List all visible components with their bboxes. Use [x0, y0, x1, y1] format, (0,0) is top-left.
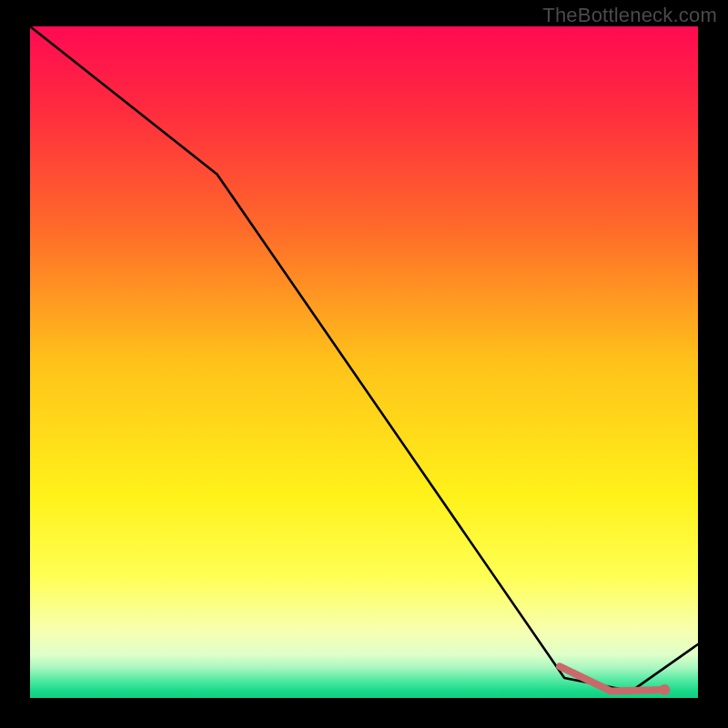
chart-container: { "watermark": "TheBottleneck.com", "cha…: [0, 0, 728, 728]
bottleneck-chart: [0, 0, 728, 728]
plot-background: [30, 26, 698, 698]
watermark-text: TheBottleneck.com: [542, 4, 717, 27]
highlight-dot: [659, 684, 670, 695]
